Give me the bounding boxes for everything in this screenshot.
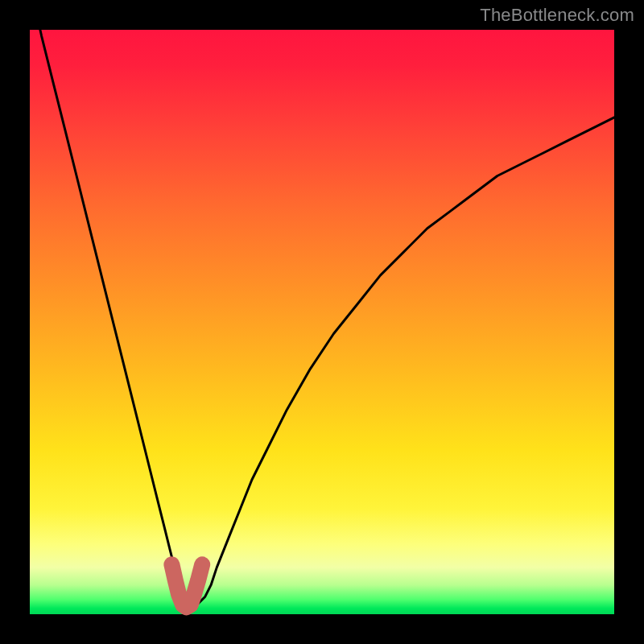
watermark-text: TheBottleneck.com	[480, 5, 634, 26]
main-curve	[30, 0, 614, 609]
plot-area	[30, 30, 614, 614]
curve-svg	[30, 30, 614, 614]
chart-frame: TheBottleneck.com	[0, 0, 644, 644]
highlight-u-marker	[171, 564, 202, 607]
